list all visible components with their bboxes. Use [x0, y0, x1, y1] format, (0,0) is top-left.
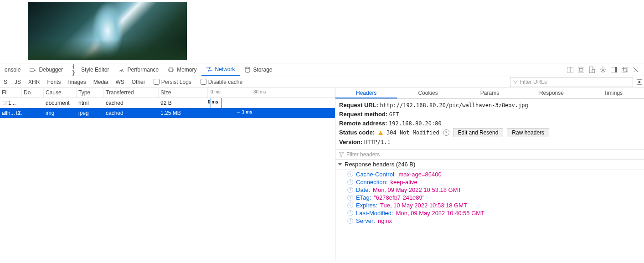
remote-address-value: 192.168.80.20:80 [389, 120, 442, 127]
tab-console[interactable]: onsole [0, 63, 25, 76]
header-key: Connection: [356, 179, 387, 186]
response-headers-list: ?Cache-Control: max-age=86400 ?Connectio… [335, 170, 644, 227]
details-tab-cookies[interactable]: Cookies [397, 88, 459, 98]
col-transferred[interactable]: Transferred [104, 88, 159, 98]
help-icon[interactable]: ? [347, 171, 353, 177]
help-icon[interactable]: ? [347, 187, 353, 193]
header-row: ?Date: Mon, 09 May 2022 10:53:18 GMT [347, 186, 644, 194]
page-image [28, 2, 187, 60]
row-cause: document [44, 100, 77, 106]
responsive-icon[interactable] [588, 66, 596, 73]
svg-rect-15 [592, 69, 595, 73]
row-file-trunc: allh... [2, 110, 15, 116]
column-headers: Fil Do Cause Type Transferred Size 0 ms … [0, 88, 335, 98]
col-waterfall[interactable]: 0 ms 80 ms [208, 88, 335, 98]
svg-rect-12 [578, 67, 584, 72]
svg-rect-27 [622, 68, 626, 72]
filter-xhr[interactable]: XHR [25, 76, 43, 88]
filter-s[interactable]: S [0, 76, 11, 88]
iframe-select-icon[interactable] [577, 66, 585, 73]
svg-line-21 [601, 67, 602, 68]
help-icon[interactable]: ? [347, 195, 353, 201]
popout-icon[interactable] [621, 66, 629, 73]
svg-rect-13 [579, 68, 583, 71]
svg-rect-0 [30, 69, 34, 72]
tab-label: Memory [177, 67, 196, 73]
filter-urls-input[interactable]: Filter URLs [510, 77, 633, 87]
svg-line-24 [601, 71, 602, 72]
edit-resend-button[interactable]: Edit and Resend [453, 128, 504, 137]
filter-ws[interactable]: WS [112, 76, 128, 88]
row-type: html [77, 100, 104, 106]
request-row[interactable]: 1... document html cached 92 B →0 ms [0, 98, 335, 108]
header-value: nginx [378, 217, 392, 224]
help-icon[interactable]: ? [347, 202, 353, 208]
request-rows: 1... document html cached 92 B →0 ms all… [0, 98, 335, 118]
tab-style-editor[interactable]: { } Style Editor [67, 63, 113, 76]
split-view-icon[interactable] [567, 66, 574, 73]
details-tab-params[interactable]: Params [459, 88, 520, 98]
header-value: Mon, 09 May 2022 10:40:55 GMT [396, 210, 484, 217]
close-icon[interactable] [632, 66, 639, 73]
filter-images[interactable]: Images [64, 76, 89, 88]
header-row: ?Connection: keep-alive [347, 178, 644, 186]
tab-performance[interactable]: Performance [113, 63, 163, 76]
remote-address-line: Remote address: 192.168.80.20:80 [339, 119, 640, 128]
filter-js[interactable]: JS [11, 76, 25, 88]
gear-icon[interactable] [599, 66, 607, 73]
help-icon[interactable]: ? [443, 129, 449, 136]
persist-logs-checkbox[interactable] [154, 79, 160, 85]
header-value: max-age=86400 [398, 171, 441, 178]
row-type: jpeg [77, 110, 104, 116]
disable-cache-label: Disable cache [208, 79, 242, 85]
timeline-tick: 0 ms [211, 89, 221, 94]
caret-down-icon [338, 163, 342, 165]
header-key: Server: [356, 217, 375, 224]
details-tab-timings[interactable]: Timings [582, 88, 644, 98]
svg-line-23 [604, 67, 605, 68]
svg-marker-34 [339, 152, 344, 157]
header-key: Last-Modified: [356, 210, 393, 217]
request-method-label: Request method: [339, 111, 387, 118]
request-list: Fil Do Cause Type Transferred Size 0 ms … [0, 88, 335, 261]
tab-network[interactable]: Network [201, 63, 240, 76]
row-transferred: cached [104, 110, 159, 116]
raw-headers-button[interactable]: Raw headers [507, 128, 549, 137]
dock-side-icon[interactable] [610, 66, 618, 73]
help-icon[interactable]: ? [347, 218, 353, 224]
details-tabs: Headers Cookies Params Response Timings [335, 88, 644, 99]
help-icon[interactable]: ? [347, 210, 353, 216]
col-type[interactable]: Type [77, 88, 104, 98]
filter-fonts[interactable]: Fonts [43, 76, 64, 88]
svg-point-9 [245, 67, 250, 69]
persist-logs-toggle[interactable]: Persist Logs [149, 79, 196, 85]
funnel-icon [513, 80, 518, 84]
tab-label: Performance [127, 67, 159, 73]
filter-other[interactable]: Other [128, 76, 149, 88]
tab-debugger[interactable]: Debugger [25, 63, 67, 76]
col-cause[interactable]: Cause [44, 88, 77, 98]
tab-memory[interactable]: Memory [163, 63, 201, 76]
har-play-icon[interactable] [635, 79, 644, 85]
filter-media[interactable]: Media [90, 76, 112, 88]
header-key: Date: [356, 186, 370, 193]
request-row[interactable]: allh...1... img jpeg cached 1.25 MB → 1 … [0, 108, 335, 118]
details-tab-response[interactable]: Response [520, 88, 582, 98]
response-headers-section[interactable]: Response headers (246 B) [335, 160, 644, 170]
svg-line-22 [604, 71, 605, 72]
help-icon[interactable]: ? [347, 179, 353, 185]
disable-cache-checkbox[interactable] [201, 79, 206, 85]
funnel-icon [339, 152, 344, 157]
filter-headers-input[interactable]: Filter headers [335, 150, 644, 160]
col-size[interactable]: Size [159, 88, 208, 98]
status-code-value: 304 Not Modified [386, 129, 439, 137]
col-domain[interactable]: Do [22, 88, 44, 98]
col-file[interactable]: Fil [0, 88, 22, 98]
details-tab-headers[interactable]: Headers [335, 88, 397, 98]
header-row: ?ETag: "6278efb7-241e89" [347, 194, 644, 201]
disable-cache-toggle[interactable]: Disable cache [196, 79, 247, 85]
tab-storage[interactable]: Storage [240, 63, 277, 76]
chip-icon [168, 67, 174, 73]
header-row: ?Last-Modified: Mon, 09 May 2022 10:40:5… [347, 209, 644, 217]
persist-logs-label: Persist Logs [161, 79, 191, 85]
